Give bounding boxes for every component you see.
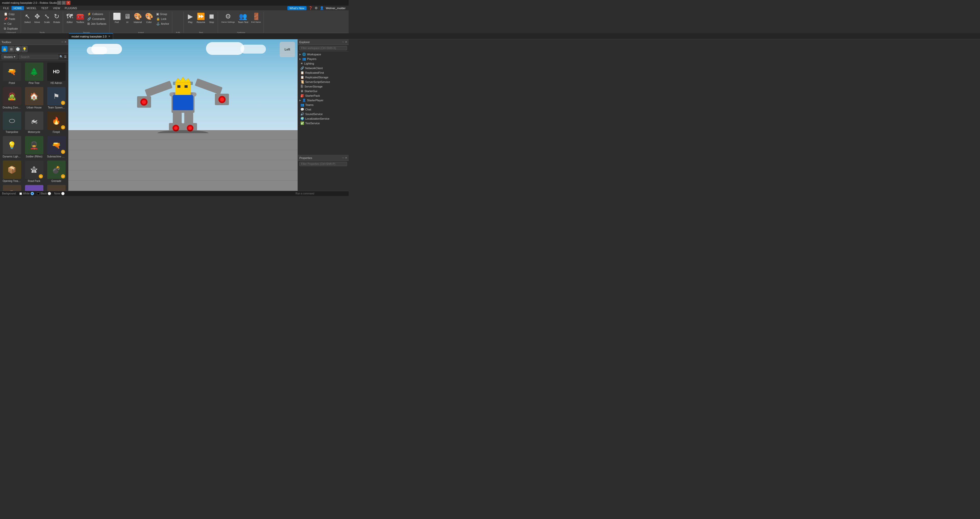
scale-button[interactable]: ⤡ Scale <box>42 12 52 24</box>
model-item-urban-house[interactable]: 🏠Urban House <box>23 86 45 110</box>
tree-item-lighting[interactable]: ☀Lighting <box>298 61 348 66</box>
lock-button[interactable]: 🔒 Lock <box>155 17 170 21</box>
menu-test[interactable]: TEST <box>39 6 50 10</box>
bg-black-option[interactable]: Black <box>37 192 51 195</box>
tree-item-chat[interactable]: 💬Chat <box>298 107 348 112</box>
model-item-road-pack[interactable]: 🛣★Road Pack <box>23 159 45 183</box>
toolbox-minimize-icon[interactable]: ─ <box>61 40 63 44</box>
model-item-submachine-gun[interactable]: 🔫★Submachine Gun <box>45 135 67 159</box>
bg-white-radio[interactable] <box>30 192 34 195</box>
models-dropdown[interactable]: Models ▾ <box>2 54 18 59</box>
group-button[interactable]: ▣ Group <box>155 12 170 16</box>
settings-icon[interactable]: ⚙ <box>315 6 318 10</box>
explorer-minimize-icon[interactable]: ─ <box>342 41 344 43</box>
tree-item-network-client[interactable]: 🔗NetworkClient <box>298 66 348 70</box>
menu-view[interactable]: VIEW <box>51 6 62 10</box>
help-icon[interactable]: ❓ <box>309 6 313 10</box>
model-item-pine-tree[interactable]: 🌲Pine Tree <box>23 62 45 86</box>
part-button[interactable]: ⬜ Part <box>111 12 122 24</box>
properties-minimize-icon[interactable]: ─ <box>342 156 344 159</box>
properties-search-input[interactable] <box>299 162 347 166</box>
explorer-close-icon[interactable]: ✕ <box>345 41 347 43</box>
constraints-button[interactable]: 🔗 Constraints <box>86 17 108 21</box>
model-item-motorcycle[interactable]: 🏍Motorcycle <box>23 110 45 134</box>
account-icon[interactable]: 👤 <box>320 6 324 10</box>
menu-plugins[interactable]: PLUGINS <box>63 6 79 10</box>
toolbox-lock-btn[interactable]: 🔒 <box>2 46 8 52</box>
model-item-picnic-table[interactable]: 🪑Picnic Table <box>1 184 23 191</box>
toolbox-grid-btn[interactable]: ⊞ <box>8 46 14 52</box>
model-item-drooling-zombie[interactable]: 🧟Drooling Zombie... <box>1 86 23 110</box>
cut-button[interactable]: ✂ Cut <box>3 21 19 26</box>
tree-item-localization-service[interactable]: 🌍LocalizationService <box>298 116 348 121</box>
toolbox-button[interactable]: 🧰 Toolbox <box>75 12 86 24</box>
maximize-button[interactable]: □ <box>62 1 66 5</box>
filter-icon[interactable]: ☰ <box>64 55 67 59</box>
viewport[interactable]: Welmer_mulder <box>68 39 298 191</box>
exit-game-button[interactable]: 🚪 Exit Game <box>250 12 262 24</box>
ui-button[interactable]: 🖥 UI <box>123 12 132 24</box>
command-input[interactable] <box>296 192 347 195</box>
explorer-search-input[interactable] <box>299 46 347 50</box>
duplicate-button[interactable]: ⧉ Duplicate <box>3 26 19 31</box>
tree-item-starter-player[interactable]: ▶👤StarterPlayer <box>298 98 348 103</box>
editor-button[interactable]: 🗺 Editor <box>65 12 74 24</box>
bg-none-option[interactable]: None <box>54 192 65 195</box>
collisions-button[interactable]: ⚡ Collisions <box>86 12 108 16</box>
menu-model[interactable]: MODEL <box>24 6 38 10</box>
menu-file[interactable]: FILE <box>1 6 11 10</box>
anchor-button[interactable]: ⚓ Anchor <box>155 21 170 26</box>
toolbox-clock-btn[interactable]: 🕐 <box>15 46 21 52</box>
copy-button[interactable]: 📋 Copy <box>3 12 19 16</box>
model-item-firepit[interactable]: 🔥★Firepit <box>45 110 67 134</box>
model-item-trampoline[interactable]: ⬭Trampoline <box>1 110 23 134</box>
close-tab-icon[interactable]: ✕ <box>108 35 110 38</box>
rotate-button[interactable]: ↻ Rotate <box>52 12 62 24</box>
tree-item-players[interactable]: ▶👥Players <box>298 57 348 61</box>
tree-item-sound-service[interactable]: 🔊SoundService <box>298 112 348 116</box>
resume-button[interactable]: ⏩ Resume <box>196 12 207 24</box>
tree-item-starter-pack[interactable]: 🎒StarterPack <box>298 93 348 98</box>
model-item-soldier[interactable]: 💂Soldier (Rthro) <box>23 135 45 159</box>
search-icon[interactable]: 🔍 <box>59 55 63 59</box>
tree-item-server-storage[interactable]: 🗄ServerStorage <box>298 84 348 89</box>
toolbox-bulb-btn[interactable]: 💡 <box>21 46 27 52</box>
game-settings-button[interactable]: ⚙ Game Settings <box>220 12 236 24</box>
tree-item-replicated-first[interactable]: 📋ReplicatedFirst <box>298 70 348 75</box>
select-button[interactable]: ↖ Select <box>23 12 32 24</box>
play-button[interactable]: ▶ Play <box>186 12 195 24</box>
tree-item-teams[interactable]: 👥Teams <box>298 103 348 107</box>
tree-item-test-service[interactable]: ✅TestService <box>298 121 348 126</box>
minimize-button[interactable]: ─ <box>57 1 61 5</box>
tree-item-replicated-storage[interactable]: 📋ReplicatedStorage <box>298 75 348 80</box>
tree-item-server-script-service[interactable]: 📜ServerScriptService <box>298 80 348 84</box>
model-item-team-spawn[interactable]: ⚑★Team Spawn... <box>45 86 67 110</box>
team-test-button[interactable]: 👥 Team Test <box>237 12 250 24</box>
bg-white-option[interactable]: White <box>19 192 34 195</box>
paste-button[interactable]: 📌 Paste <box>3 17 19 21</box>
close-button[interactable]: ✕ <box>66 1 70 5</box>
properties-close-icon[interactable]: ✕ <box>345 156 347 159</box>
model-item-fox[interactable]: 🦊Fox <box>45 184 67 191</box>
model-item-grenade[interactable]: 💣★Grenade <box>45 159 67 183</box>
material-button[interactable]: 🎨 Material <box>132 12 143 24</box>
document-tab[interactable]: model making baseplate 2.0 ✕ <box>69 33 113 39</box>
whats-new-button[interactable]: What's New <box>287 6 306 10</box>
bg-black-radio[interactable] <box>48 192 51 195</box>
resume-icon: ⏩ <box>197 13 205 21</box>
join-surfaces-button[interactable]: ⊞ Join Surfaces <box>86 21 108 26</box>
model-item-hd-admin[interactable]: HDHD Admin <box>45 62 67 86</box>
bg-none-radio[interactable] <box>61 192 65 195</box>
tree-item-workspace[interactable]: ▶🌐Workspace <box>298 52 348 57</box>
menu-home[interactable]: HOME <box>11 6 24 10</box>
model-item-dynamic-light-pole[interactable]: 💡Dynamic Light Pole <box>1 135 23 159</box>
search-input[interactable] <box>19 55 59 59</box>
color-button[interactable]: 🎨 Color <box>144 12 154 24</box>
stop-button[interactable]: ⏹ Stop <box>207 12 216 24</box>
toolbox-close-icon[interactable]: ✕ <box>64 40 67 44</box>
move-button[interactable]: ✥ Move <box>33 12 42 24</box>
model-item-pistol[interactable]: 🔫Pistol <box>1 62 23 86</box>
model-item-purple-item[interactable]: ◼... <box>23 184 45 191</box>
tree-item-starter-gui[interactable]: 🖥StarterGui <box>298 89 348 93</box>
model-item-opening-treasure[interactable]: 📦Opening Treasure... <box>1 159 23 183</box>
